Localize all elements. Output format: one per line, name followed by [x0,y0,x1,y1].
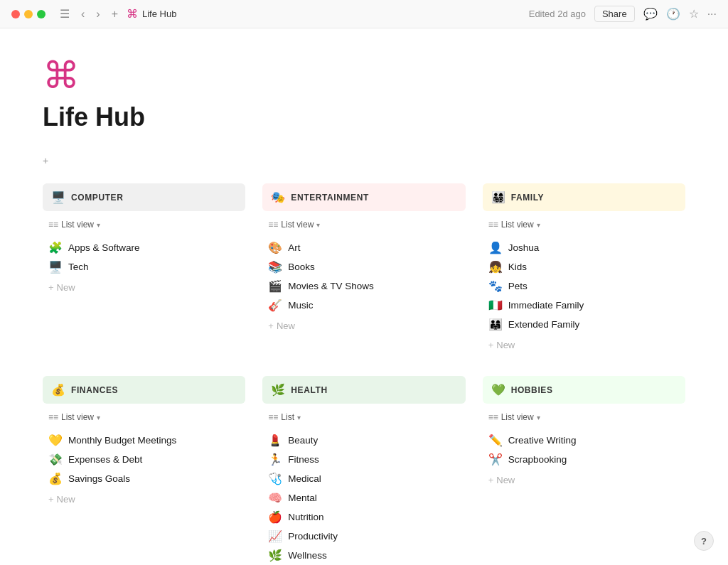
list-item[interactable]: 🍎 Nutrition [262,507,465,527]
item-label: Savings Goals [68,473,130,484]
view-label-finances: List view [61,412,94,422]
list-item[interactable]: 🐾 Pets [483,276,685,296]
view-label-computer: List view [61,220,94,230]
list-item[interactable]: 💰 Savings Goals [43,469,245,488]
list-item[interactable]: 👧 Kids [483,257,685,276]
item-emoji: 📈 [268,529,282,543]
item-emoji: 💄 [268,434,282,447]
favorite-btn[interactable]: ☆ [689,7,699,21]
section-header-hobbies[interactable]: 💚 HOBBIES [483,376,685,404]
list-item[interactable]: 💸 Expenses & Debt [43,450,245,469]
item-label: Music [288,300,313,311]
close-window-btn[interactable] [11,10,20,18]
sidebar-toggle-btn[interactable]: ☰ [57,6,73,22]
item-emoji: 🖥️ [48,260,63,274]
item-emoji: 🇮🇹 [488,298,503,312]
section-header-family[interactable]: 👨‍👩‍👧‍👦 FAMILY [483,183,685,211]
history-btn[interactable]: 🕐 [666,7,680,21]
view-selector-finances[interactable]: ≡≡ List view ▾ [43,409,245,425]
new-btn-hobbies[interactable]: + New [483,472,521,488]
section-emoji-entertainment: 🎭 [271,190,285,204]
help-button[interactable]: ? [694,531,714,551]
titlebar-title: ⌘ Life Hub [127,7,176,21]
add-section-row: + [43,155,685,172]
list-icon: ≡≡ [48,220,58,230]
list-item[interactable]: 🖥️ Tech [43,257,245,276]
list-item[interactable]: 👨‍👩‍👧 Extended Family [483,315,685,334]
view-selector-hobbies[interactable]: ≡≡ List view ▾ [483,409,685,425]
list-item[interactable]: 📈 Productivity [262,527,465,546]
item-emoji: 🍎 [268,510,282,524]
view-selector-health[interactable]: ≡≡ List ▾ [262,409,465,425]
list-item[interactable]: 🧩 Apps & Software [43,238,245,257]
item-emoji: 👨‍👩‍👧 [488,318,503,331]
new-btn-computer[interactable]: + New [43,279,81,296]
section-header-computer[interactable]: 🖥️ COMPUTER [43,183,245,211]
comments-btn[interactable]: 💬 [643,7,658,21]
share-button[interactable]: Share [594,6,635,22]
item-label: Monthly Budget Meetings [68,435,176,446]
minimize-window-btn[interactable] [24,10,33,18]
item-label: Tech [68,262,89,272]
titlebar-left: ☰ ‹ › + ⌘ Life Hub [11,6,176,22]
list-item[interactable]: 👤 Joshua [483,238,685,257]
forward-btn[interactable]: › [93,6,102,22]
section-header-entertainment[interactable]: 🎭 ENTERTAINMENT [262,183,465,211]
item-label: Books [288,262,315,272]
section-title-entertainment: ENTERTAINMENT [291,193,369,203]
item-label: Beauty [288,435,318,446]
chevron-down-icon: ▾ [537,414,540,421]
list-item[interactable]: 🌿 Wellness [262,546,465,565]
list-item[interactable]: 📚 Books [262,257,465,276]
new-btn-finances[interactable]: + New [43,491,81,507]
list-item[interactable]: ✂️ Scrapbooking [483,450,685,469]
item-label: Art [288,242,300,253]
item-emoji: 💸 [48,453,63,466]
more-btn[interactable]: ··· [707,8,717,21]
item-emoji: 🧩 [48,241,63,254]
list-icon: ≡≡ [488,412,498,422]
back-btn[interactable]: ‹ [78,6,87,22]
section-header-finances[interactable]: 💰 FINANCES [43,376,245,404]
item-emoji: 🧠 [268,491,282,505]
list-item[interactable]: 🩺 Medical [262,469,465,488]
chevron-down-icon: ▾ [97,221,100,229]
new-label: New [496,475,515,485]
item-emoji: 🎬 [268,279,282,293]
list-item[interactable]: 💄 Beauty [262,431,465,450]
list-item[interactable]: 🇮🇹 Immediate Family [483,296,685,315]
list-item[interactable]: 🧠 Mental [262,488,465,507]
new-btn-family[interactable]: + New [483,337,521,353]
view-selector-family[interactable]: ≡≡ List view ▾ [483,217,685,232]
section-emoji-health: 🌿 [271,383,285,397]
view-selector-entertainment[interactable]: ≡≡ List view ▾ [262,217,465,232]
item-emoji: ✂️ [488,453,503,466]
plus-icon: + [48,282,54,293]
item-emoji: 🏃 [268,453,282,466]
section-title-family: FAMILY [511,193,545,203]
titlebar-right: Edited 2d ago Share 💬 🕐 ☆ ··· [529,6,717,22]
item-emoji: 👤 [488,241,503,254]
list-item[interactable]: 💛 Monthly Budget Meetings [43,431,245,450]
new-btn-entertainment[interactable]: + New [262,318,301,334]
section-finances: 💰 FINANCES ≡≡ List view ▾ 💛 Monthly Budg… [43,376,245,565]
list-item[interactable]: 🎬 Movies & TV Shows [262,276,465,296]
list-item[interactable]: 🏃 Fitness [262,450,465,469]
add-page-btn[interactable]: + [109,6,121,22]
new-label: New [57,282,75,293]
sections-grid: 🖥️ COMPUTER ≡≡ List view ▾ 🧩 Apps & Soft… [43,183,685,565]
view-selector-computer[interactable]: ≡≡ List view ▾ [43,217,245,232]
chevron-down-icon: ▾ [97,414,100,421]
list-item[interactable]: ✏️ Creative Writing [483,431,685,450]
plus-icon: + [48,494,54,505]
section-health: 🌿 HEALTH ≡≡ List ▾ 💄 Beauty 🏃 Fitness 🩺 … [262,376,465,565]
maximize-window-btn[interactable] [37,10,46,18]
page-title: Life Hub [43,102,685,132]
item-emoji: 🩺 [268,472,282,485]
section-header-health[interactable]: 🌿 HEALTH [262,376,465,404]
notion-icon: ⌘ [127,7,138,21]
list-item[interactable]: 🎸 Music [262,296,465,315]
add-section-btn[interactable]: + [43,155,48,166]
list-item[interactable]: 🎨 Art [262,238,465,257]
new-label: New [57,494,75,505]
